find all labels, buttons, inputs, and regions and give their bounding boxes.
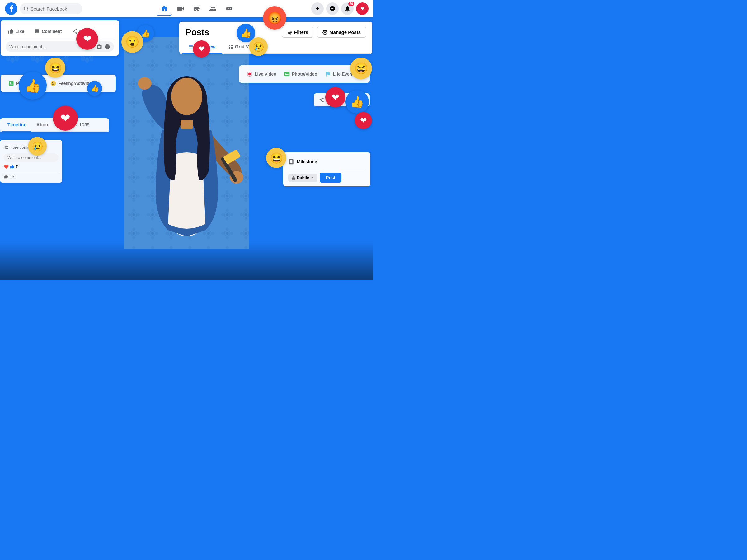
comment-label: Comment <box>42 29 62 34</box>
svg-marker-31 <box>182 7 184 10</box>
svg-point-56 <box>248 73 251 75</box>
nav-marketplace-button[interactable] <box>189 1 204 16</box>
svg-rect-21 <box>181 120 193 129</box>
heart-reaction-1: ❤ <box>76 28 98 50</box>
nav-watch-button[interactable] <box>173 1 188 16</box>
svg-rect-59 <box>292 177 295 179</box>
comment-input-bar[interactable] <box>6 42 114 52</box>
reaction-row: ❤️ 7 <box>4 162 58 171</box>
svg-point-33 <box>230 8 231 9</box>
like-reaction-large: 👍 <box>19 72 47 100</box>
comment-icon <box>34 29 40 34</box>
live-label: Live Video <box>255 72 276 77</box>
heart-reaction-right: ❤ <box>325 87 345 107</box>
home-icon <box>161 5 168 12</box>
create-button[interactable]: + <box>311 2 324 15</box>
sad-reaction: 😢 <box>28 137 47 156</box>
share-icon <box>72 29 77 34</box>
like-action-button[interactable]: Like <box>6 27 27 36</box>
like-reaction-blue-2: 👍 <box>87 81 102 96</box>
wow-reaction: 😮 <box>121 31 143 53</box>
svg-point-48 <box>105 45 110 49</box>
milestone-button[interactable]: Milestone <box>288 156 365 167</box>
heart-reaction-2: ❤ <box>53 106 78 131</box>
navbar: + 20 ❤ <box>0 0 374 18</box>
write-comment-input[interactable] <box>4 153 58 162</box>
reaction-heart-emoji: ❤️ <box>4 164 9 169</box>
lock-icon <box>291 176 296 180</box>
filters-button[interactable]: Filters <box>282 27 313 38</box>
nav-home-button[interactable] <box>157 1 172 16</box>
photo-video-top-button[interactable]: Photo/Video <box>281 69 320 79</box>
photo-video-icon <box>284 71 290 77</box>
facebook-logo[interactable] <box>5 2 18 15</box>
notifications-badge: 20 <box>348 2 354 6</box>
nav-gaming-button[interactable] <box>222 1 236 16</box>
heart-reaction-bottom-right: ❤ <box>355 112 372 129</box>
reaction-count: 7 <box>16 164 18 169</box>
messenger-button[interactable] <box>326 2 339 15</box>
marketplace-icon <box>193 5 201 12</box>
filters-icon <box>287 30 292 35</box>
haha-reaction-left: 😆 <box>45 58 66 78</box>
book-icon <box>288 159 294 165</box>
svg-point-52 <box>10 82 10 83</box>
friends-count: 1055 <box>79 122 89 127</box>
posts-title: Posts <box>185 27 278 37</box>
svg-point-55 <box>54 82 55 83</box>
milestone-label: Milestone <box>297 159 317 164</box>
haha-reaction-bottom: 😆 <box>266 148 286 168</box>
comment-action-button[interactable]: Comment <box>32 27 65 36</box>
svg-point-39 <box>289 33 291 34</box>
svg-rect-32 <box>226 7 232 10</box>
feeling-button[interactable]: Feeling/Activity <box>48 78 93 88</box>
svg-point-38 <box>290 32 292 33</box>
emoji-icon <box>105 44 110 50</box>
svg-point-53 <box>51 81 56 86</box>
svg-rect-46 <box>229 47 230 49</box>
sad-reaction-top-right: 😢 <box>249 37 268 56</box>
gaming-icon <box>225 5 233 12</box>
search-icon <box>24 6 29 11</box>
nav-right-actions: + 20 ❤ <box>311 2 368 15</box>
svg-rect-47 <box>231 47 232 49</box>
angry-reaction: 😡 <box>263 6 286 30</box>
feeling-label: Feeling/Activity <box>58 81 90 86</box>
public-select-button[interactable]: Public <box>288 174 317 182</box>
bell-icon <box>344 6 351 12</box>
search-bar[interactable] <box>20 3 82 14</box>
post-bottom-panel: Milestone Public Post <box>283 153 370 186</box>
like-reaction-right-big: 👍 <box>345 90 369 113</box>
svg-point-23 <box>138 77 152 89</box>
life-event-label: Life Event <box>333 72 354 77</box>
like-small-icon <box>4 175 8 179</box>
thumbup-small-icon <box>10 165 14 169</box>
search-input[interactable] <box>30 6 74 11</box>
post-button[interactable]: Post <box>320 173 341 183</box>
like-icon <box>8 29 14 34</box>
tab-timeline[interactable]: Timeline <box>2 118 31 132</box>
tab-about[interactable]: About <box>31 118 55 132</box>
live-video-button[interactable]: Live Video <box>244 69 279 79</box>
live-icon <box>247 71 253 77</box>
svg-rect-51 <box>9 81 14 86</box>
nav-groups-button[interactable] <box>205 1 221 16</box>
svg-point-28 <box>24 7 28 10</box>
video-icon <box>177 5 184 12</box>
manage-posts-button[interactable]: Manage Posts <box>317 27 366 38</box>
flag-icon <box>325 71 331 77</box>
svg-point-54 <box>52 82 53 83</box>
account-button[interactable]: ❤ <box>356 2 368 15</box>
svg-rect-30 <box>177 6 182 11</box>
notifications-button[interactable]: 20 <box>341 2 354 15</box>
gear-icon <box>323 30 328 35</box>
grid-view-icon <box>228 44 233 49</box>
like-label: Like <box>16 29 24 34</box>
svg-point-34 <box>229 9 230 9</box>
write-comment-text[interactable] <box>7 155 45 160</box>
like-button-small[interactable]: Like <box>4 174 58 179</box>
svg-line-29 <box>27 10 28 10</box>
groups-icon <box>209 5 216 12</box>
like-text: Like <box>9 174 17 179</box>
svg-point-22 <box>171 78 202 115</box>
